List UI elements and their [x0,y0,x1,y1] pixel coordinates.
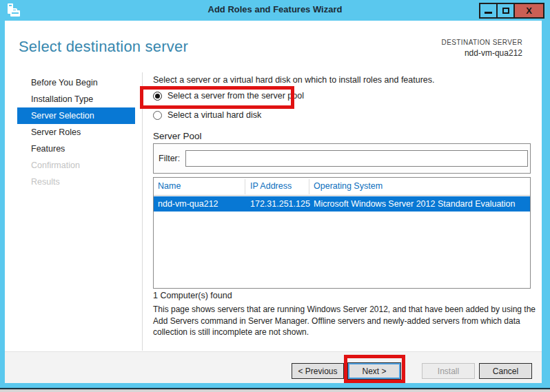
column-header-ip[interactable]: IP Address [250,181,292,191]
desktop-sliver [0,389,550,392]
next-button[interactable]: Next > [348,363,400,379]
page-title: Select destination server [19,38,188,56]
window-title: Add Roles and Features Wizard [0,4,550,14]
close-button[interactable]: X [513,3,544,19]
page-description: This page shows servers that are running… [153,304,537,338]
sidebar-divider [142,72,143,351]
radio-select-server-pool[interactable]: Select a server from the server pool [153,91,304,101]
column-divider [245,179,245,194]
sidebar-item-installation-type[interactable]: Installation Type [17,91,135,107]
install-button: Install [422,363,475,379]
server-pool-table: Name IP Address Operating System ndd-vm-… [153,177,531,289]
wizard-content: Select destination server DESTINATION SE… [5,21,542,383]
table-row-selected[interactable]: ndd-vm-qua212 172.31.251.125 Microsoft W… [154,196,530,212]
intro-text: Select a server or a virtual hard disk o… [153,75,531,85]
sidebar-item-server-selection[interactable]: Server Selection [17,107,135,124]
computers-found-text: 1 Computer(s) found [153,291,232,300]
screen: Add Roles and Features Wizard X Select d… [0,0,550,392]
column-header-os[interactable]: Operating System [314,181,383,191]
minimize-icon [485,12,492,14]
column-divider [309,179,309,194]
cell-operating-system: Microsoft Windows Server 2012 Standard E… [314,199,516,209]
filter-input[interactable] [185,150,528,167]
radio-label: Select a virtual hard disk [167,110,261,120]
maximize-icon [502,8,509,14]
column-header-name[interactable]: Name [158,181,181,191]
previous-button[interactable]: < Previous [292,363,344,379]
filter-panel: Filter: [153,143,531,174]
sidebar-item-features[interactable]: Features [17,141,135,157]
destination-label: DESTINATION SERVER [442,39,522,46]
window-controls: X [479,3,544,19]
radio-icon-unselected [153,111,162,120]
sidebar-item-before-you-begin[interactable]: Before You Begin [17,74,135,91]
destination-server-name: ndd-vm-qua212 [442,48,522,58]
sidebar-item-server-roles[interactable]: Server Roles [17,124,135,141]
server-pool-title: Server Pool [153,131,202,141]
wizard-steps-sidebar: Before You Begin Installation Type Serve… [17,74,135,190]
sidebar-item-results: Results [17,174,135,190]
radio-icon-selected [153,92,162,101]
cancel-button[interactable]: Cancel [479,363,532,379]
radio-select-vhd[interactable]: Select a virtual hard disk [153,110,261,120]
titlebar: Add Roles and Features Wizard X [0,0,550,21]
maximize-button[interactable] [496,3,515,19]
sidebar-item-confirmation: Confirmation [17,157,135,174]
cell-server-name: ndd-vm-qua212 [158,199,218,209]
destination-block: DESTINATION SERVER ndd-vm-qua212 [442,39,522,58]
cell-ip-address: 172.31.251.125 [250,199,310,209]
radio-label: Select a server from the server pool [167,91,304,101]
table-header-row: Name IP Address Operating System [154,178,530,196]
filter-label: Filter: [159,154,180,163]
minimize-button[interactable] [479,3,498,19]
wizard-window: Add Roles and Features Wizard X Select d… [0,0,550,388]
